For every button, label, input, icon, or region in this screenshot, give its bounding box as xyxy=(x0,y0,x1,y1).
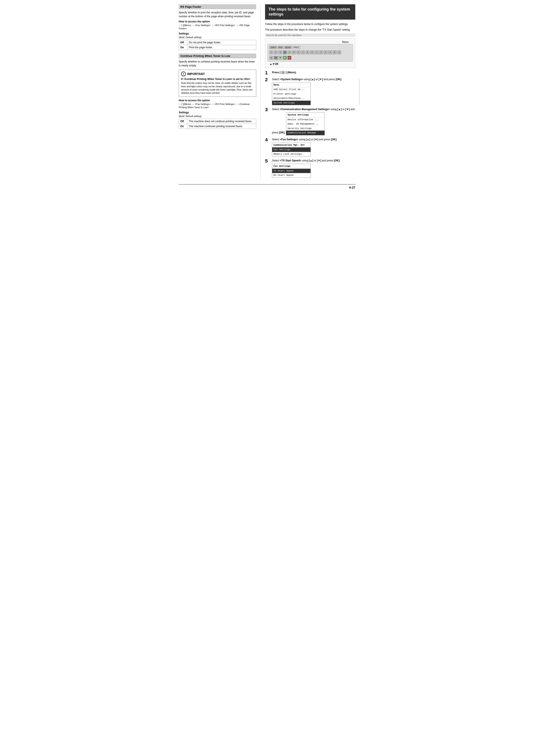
menu-item: RX Start Speed xyxy=(272,173,311,177)
table-row: Off Do not print the page footer. xyxy=(179,40,256,45)
device-btn-8: 8 xyxy=(306,50,309,54)
menu-item-selected: Fax Settings xyxy=(272,148,311,152)
step-4: 4 Select <Fax Settings> using [▲] or [▼]… xyxy=(265,138,355,157)
section-rx-page-footer: RX Page Footer Specify whether to print … xyxy=(179,4,256,50)
settings-note-rx: (Bold: Default setting) xyxy=(179,36,256,39)
device-btn-9: 9 xyxy=(310,50,314,54)
important-box: ! IMPORTANT If <Continue Printing When T… xyxy=(179,69,256,97)
device-btn-0: 0 xyxy=(319,50,323,54)
right-header: The steps to take for configuring the sy… xyxy=(265,4,355,20)
settings-label-rx: Settings xyxy=(179,32,256,35)
table-row: On Print the page footer. xyxy=(179,45,256,50)
table-cell-value: The machine continues printing received … xyxy=(188,124,256,129)
step-num-2: 2 xyxy=(265,77,271,82)
menu-label: Menu xyxy=(342,40,349,43)
important-title: ! IMPORTANT xyxy=(181,71,254,76)
menu-title-step4: Communication Mgt. Set xyxy=(272,143,311,148)
step-3: 3 Select <Communication Management Setti… xyxy=(265,107,355,135)
device-body: COPY FAX SCAN PRINT 1 2 3 ID 4 5 6 7 8 9… xyxy=(267,44,353,62)
menu-item-selected: TX Start Speed xyxy=(272,169,311,173)
access-path-rx: ☞ [ ](Menu) → <Fax Settings> → <RX Print… xyxy=(179,24,256,30)
step-2: 2 Select <System Settings> using [▲] or … xyxy=(265,77,355,105)
menu-box-step4: Communication Mgt. Set Fax Settings Memo… xyxy=(272,143,311,157)
side-label: Using the Fax Functions xyxy=(359,79,360,105)
menu-box-step2: Menu USB Direct Print Se... Printer Sett… xyxy=(272,83,311,105)
settings-table-rx: Off Do not print the page footer. On Pri… xyxy=(179,40,256,50)
table-cell-key: Off xyxy=(179,40,188,45)
table-row: On The machine continues printing receiv… xyxy=(179,124,256,129)
keys-bar: Keys to be used for this operation xyxy=(265,33,355,37)
settings-note-toner: (Bold: Default setting) xyxy=(179,115,256,118)
menu-item-selected: Communication Manage xyxy=(286,131,324,135)
settings-table-toner: Off The machine does not continue printi… xyxy=(179,119,256,129)
step-text-5: Select <TX Start Speed> using [▲] or [▼]… xyxy=(272,159,355,178)
device-btn-star: * xyxy=(315,50,318,54)
device-btn-B: B xyxy=(333,50,337,54)
table-cell-value: The machine does not continue printing r… xyxy=(188,119,256,124)
step-text-4: Select <Fax Settings> using [▲] or [▼] a… xyxy=(272,138,355,157)
table-cell-value: Print the page footer. xyxy=(188,45,256,50)
menu-item-selected: System Settings xyxy=(272,101,311,105)
table-cell-key: Off xyxy=(179,119,188,124)
menu-title-step3: System Settings xyxy=(286,113,324,118)
menu-item: Dept. ID Management... xyxy=(286,122,324,126)
device-diagram: Menu COPY FAX SCAN PRINT 1 2 3 ID 4 5 6 xyxy=(265,38,355,68)
menu-item: Device Information ... xyxy=(286,118,324,122)
device-btn-7: 7 xyxy=(301,50,305,54)
step-num-1: 1 xyxy=(265,70,271,75)
menu-box-step3: System Settings Device Information ... D… xyxy=(286,113,325,135)
important-condition: If <Continue Printing When Toner Is Low>… xyxy=(181,78,254,81)
how-to-access-label-toner: How to access the option xyxy=(179,99,256,102)
device-btn-5: 5 xyxy=(292,50,296,54)
device-btn-C: C xyxy=(337,50,341,54)
menu-item: Adjustment/Maintena... xyxy=(272,96,311,101)
step-1: 1 Press [ ⊕ ] (Menu). xyxy=(265,70,355,75)
device-btn-A: A xyxy=(328,50,332,54)
device-btn-2: 2 xyxy=(274,50,278,54)
device-btn-start: ▶ xyxy=(283,56,287,60)
menu-title-step5: Fax Settings xyxy=(272,164,311,169)
device-btn-stop: ■ xyxy=(288,56,291,60)
important-icon: ! xyxy=(181,71,186,76)
page-number: 6-27 xyxy=(179,184,355,189)
device-btn-hash: # xyxy=(324,50,327,54)
section-body-toner: Specify whether to continue printing rec… xyxy=(179,60,256,68)
section-header-rx: RX Page Footer xyxy=(179,4,256,9)
important-body: Note that the output may not be clear, a… xyxy=(181,81,254,95)
right-column: The steps to take for configuring the sy… xyxy=(261,4,355,180)
section-body-rx: Specify whether to print the reception d… xyxy=(179,11,256,18)
follow-text2: The procedure describes the steps to cha… xyxy=(265,28,355,32)
section-toner-low: Continue Printing When Toner Is Low Spec… xyxy=(179,53,256,129)
device-btn-6: 6 xyxy=(296,50,300,54)
step-num-3: 3 xyxy=(265,107,271,112)
menu-item: Memory Lock Settings xyxy=(272,152,311,156)
menu-item: USB Direct Print Se... xyxy=(272,87,311,92)
menu-item: Security Settings xyxy=(286,126,324,131)
table-row: Off The machine does not continue printi… xyxy=(179,119,256,124)
step-text-3: Select <Communication Management Setting… xyxy=(272,107,355,135)
device-btn-ok: OK xyxy=(274,56,278,60)
access-path-toner: ☞ [ ](Menu) → <Fax Settings> → <RX Print… xyxy=(179,103,256,109)
table-cell-key: On xyxy=(179,124,188,129)
ok-label: ▲▼OK xyxy=(269,63,279,66)
device-btn-id: ID xyxy=(283,50,287,54)
step-text-1: Press [ ⊕ ] (Menu). xyxy=(272,70,355,74)
section-header-toner: Continue Printing When Toner Is Low xyxy=(179,53,256,58)
menu-box-step5: Fax Settings TX Start Speed RX Start Spe… xyxy=(272,164,311,178)
step-text-2: Select <System Settings> using [▲] or [▼… xyxy=(272,77,355,105)
device-btn-up: ▲ xyxy=(269,56,273,60)
device-btn-down: ▼ xyxy=(278,56,282,60)
step-5: 5 Select <TX Start Speed> using [▲] or [… xyxy=(265,159,355,178)
device-btn-4: 4 xyxy=(288,50,291,54)
menu-item: Printer Settings xyxy=(272,92,311,96)
how-to-access-label-rx: How to access the option xyxy=(179,20,256,23)
important-label: IMPORTANT xyxy=(187,72,205,76)
settings-label-toner: Settings xyxy=(179,111,256,114)
table-cell-key: On xyxy=(179,45,188,50)
follow-text1: Follow the steps in the procedure below … xyxy=(265,22,355,26)
device-btn-1: 1 xyxy=(269,50,273,54)
steps-container: 1 Press [ ⊕ ] (Menu). 2 Select <System S… xyxy=(265,70,355,178)
page-wrapper: RX Page Footer Specify whether to print … xyxy=(179,4,355,180)
device-btn-3: 3 xyxy=(278,50,282,54)
step-num-5: 5 xyxy=(265,159,271,163)
